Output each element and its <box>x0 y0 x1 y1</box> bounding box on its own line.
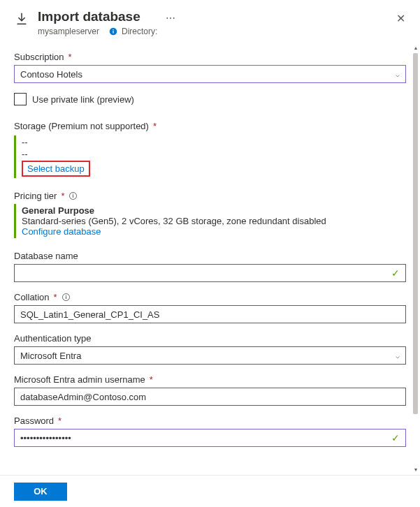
svg-rect-5 <box>73 193 73 194</box>
subscription-label: Subscription* <box>14 52 406 62</box>
password-input[interactable]: •••••••••••••••• ✓ <box>14 429 406 447</box>
authtype-label: Authentication type <box>14 333 406 344</box>
info-icon[interactable] <box>68 191 78 200</box>
required-star: * <box>58 416 61 426</box>
field-dbname: Database name ✓ <box>14 251 406 282</box>
info-icon <box>109 27 117 36</box>
pricing-block: General Purpose Standard-series (Gen5), … <box>14 204 406 238</box>
svg-rect-7 <box>66 296 66 299</box>
adminuser-input[interactable]: databaseAdmin@Contoso.com <box>14 388 406 406</box>
info-icon[interactable] <box>61 293 71 302</box>
required-star: * <box>150 374 153 385</box>
subscription-value: Contoso Hotels <box>20 69 82 80</box>
field-collation: Collation* SQL_Latin1_General_CP1_CI_AS <box>14 292 406 323</box>
required-star: * <box>153 121 157 131</box>
subscription-select[interactable]: Contoso Hotels ⌵ <box>14 65 406 83</box>
select-backup-link[interactable]: Select backup <box>22 161 90 177</box>
storage-line-2: -- <box>22 149 406 159</box>
collation-value: SQL_Latin1_General_CP1_CI_AS <box>20 309 159 320</box>
pricing-label: Pricing tier* <box>14 191 406 201</box>
ok-button[interactable]: OK <box>14 483 67 501</box>
form-area: Subscription* Contoso Hotels ⌵ Use priva… <box>0 42 420 475</box>
scrollbar-track[interactable] <box>412 53 419 464</box>
more-icon[interactable]: ⋯ <box>166 13 176 24</box>
adminuser-label: Microsoft Entra admin username* <box>14 374 406 385</box>
page-title: Import database <box>38 8 157 25</box>
footer: OK <box>0 475 420 507</box>
field-pricing: Pricing tier* General Purpose Standard-s… <box>14 191 406 238</box>
breadcrumb: mysampleserver Directory: <box>38 27 157 36</box>
storage-block: -- -- Select backup <box>14 135 406 178</box>
check-icon: ✓ <box>391 267 400 279</box>
collation-label: Collation* <box>14 292 406 302</box>
configure-database-link[interactable]: Configure database <box>22 226 101 237</box>
check-icon: ✓ <box>391 432 400 443</box>
adminuser-value: databaseAdmin@Contoso.com <box>20 392 146 402</box>
field-adminuser: Microsoft Entra admin username* database… <box>14 374 406 406</box>
scroll-up-arrow[interactable]: ▴ <box>412 43 419 52</box>
field-subscription: Subscription* Contoso Hotels ⌵ <box>14 52 406 83</box>
svg-rect-1 <box>113 31 113 34</box>
chevron-down-icon: ⌵ <box>396 352 400 360</box>
required-star: * <box>61 191 64 201</box>
field-authtype: Authentication type Microsoft Entra ⌵ <box>14 333 406 365</box>
required-star: * <box>54 292 57 302</box>
server-name: mysampleserver <box>38 27 99 36</box>
collation-input[interactable]: SQL_Latin1_General_CP1_CI_AS <box>14 305 406 323</box>
storage-line-1: -- <box>22 137 406 147</box>
panel-header: Import database mysampleserver Directory… <box>0 0 420 42</box>
svg-rect-8 <box>66 295 66 295</box>
private-link-checkbox[interactable] <box>14 93 27 105</box>
dbname-label: Database name <box>14 251 406 261</box>
field-storage: Storage (Premium not supported)* -- -- S… <box>14 121 406 178</box>
authtype-value: Microsoft Entra <box>20 351 81 361</box>
directory-label: Directory: <box>122 27 157 36</box>
import-icon <box>14 11 29 29</box>
scroll-down-arrow[interactable]: ▾ <box>412 465 419 473</box>
scrollbar-thumb[interactable] <box>413 53 418 414</box>
field-password: Password* •••••••••••••••• ✓ <box>14 416 406 447</box>
close-button[interactable]: ✕ <box>392 10 409 27</box>
storage-label: Storage (Premium not supported)* <box>14 121 406 131</box>
pricing-tier-name: General Purpose <box>22 205 406 216</box>
svg-rect-4 <box>73 195 73 198</box>
chevron-down-icon: ⌵ <box>396 71 400 78</box>
scrollbar[interactable]: ▴ ▾ <box>412 43 419 473</box>
password-label: Password* <box>14 416 406 426</box>
private-link-row: Use private link (preview) <box>14 93 406 105</box>
password-value: •••••••••••••••• <box>20 433 71 443</box>
header-text: Import database mysampleserver Directory… <box>38 8 157 36</box>
private-link-label: Use private link (preview) <box>32 94 134 105</box>
pricing-tier-desc: Standard-series (Gen5), 2 vCores, 32 GB … <box>22 216 406 226</box>
dbname-input[interactable]: ✓ <box>14 264 406 282</box>
authtype-select[interactable]: Microsoft Entra ⌵ <box>14 346 406 365</box>
required-star: * <box>68 52 72 62</box>
svg-rect-2 <box>113 29 113 30</box>
